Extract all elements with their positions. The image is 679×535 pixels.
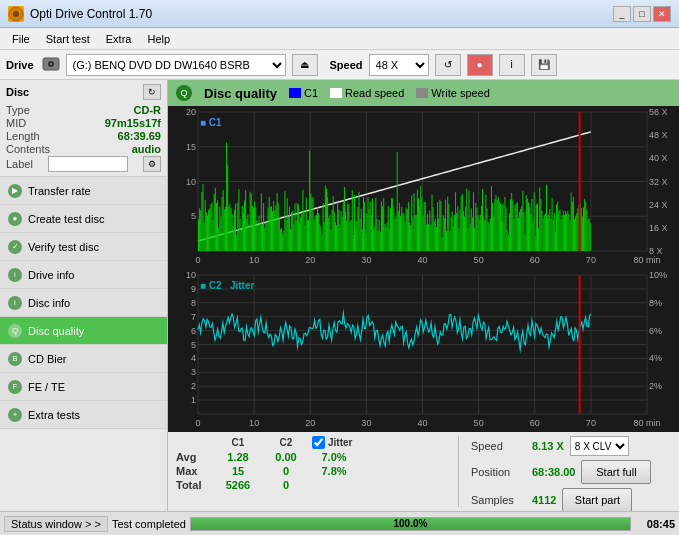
disc-label-button[interactable]: ⚙ [143, 156, 161, 172]
sidebar-label-fe-te: FE / TE [28, 381, 65, 393]
start-part-button[interactable]: Start part [562, 488, 632, 511]
stats-right: Speed 8.13 X 8 X CLV Position 68:38.00 S… [471, 436, 671, 507]
legend-write-speed: Write speed [416, 87, 490, 99]
legend-c1: C1 [289, 87, 318, 99]
create-test-disc-icon: ● [8, 212, 22, 226]
status-text: Test completed [112, 518, 186, 530]
sidebar-item-disc-quality[interactable]: Q Disc quality [0, 317, 167, 345]
stats-c1-header: C1 [216, 437, 260, 448]
close-button[interactable]: ✕ [653, 6, 671, 22]
eject-button[interactable]: ⏏ [292, 54, 318, 76]
disc-type-row: Type CD-R [6, 104, 161, 116]
speed-clv-select[interactable]: 8 X CLV [570, 436, 629, 456]
disc-label-input[interactable] [48, 156, 128, 172]
legend-write-speed-box [416, 88, 428, 98]
disc-contents-value: audio [132, 143, 161, 155]
sidebar-item-fe-te[interactable]: F FE / TE [0, 373, 167, 401]
verify-test-disc-icon: ✓ [8, 240, 22, 254]
stats-header-row: C1 C2 Jitter [176, 436, 446, 449]
refresh-button[interactable]: ↺ [435, 54, 461, 76]
legend-read-speed-box [330, 88, 342, 98]
disc-mid-row: MID 97m15s17f [6, 117, 161, 129]
title-text: Opti Drive Control 1.70 [30, 7, 152, 21]
sidebar-item-extra-tests[interactable]: + Extra tests [0, 401, 167, 429]
sidebar-item-create-test-disc[interactable]: ● Create test disc [0, 205, 167, 233]
legend-c1-box [289, 88, 301, 98]
transfer-rate-icon: ▶ [8, 184, 22, 198]
stats-total-c1: 5266 [216, 479, 260, 491]
extra-tests-icon: + [8, 408, 22, 422]
disc-mid-value: 97m15s17f [105, 117, 161, 129]
disc-type-label: Type [6, 104, 30, 116]
color-button[interactable]: ● [467, 54, 493, 76]
info-button[interactable]: i [499, 54, 525, 76]
legend-read-speed-label: Read speed [345, 87, 404, 99]
content-area: Q Disc quality C1 Read speed Write speed [168, 80, 679, 511]
c1-chart [168, 106, 679, 269]
svg-point-1 [13, 11, 19, 17]
legend-write-speed-label: Write speed [431, 87, 490, 99]
jitter-checkbox[interactable] [312, 436, 325, 449]
disc-label-row: Label ⚙ [6, 156, 161, 172]
start-full-button[interactable]: Start full [581, 460, 651, 484]
stats-speed-value: 8.13 X [532, 440, 564, 452]
progress-text: 100.0% [191, 518, 630, 530]
drive-info-icon: i [8, 268, 22, 282]
status-bar: Status window > > Test completed 100.0% … [0, 511, 679, 535]
stats-avg-c2: 0.00 [264, 451, 308, 463]
stats-max-jitter: 7.8% [312, 465, 356, 477]
stats-position-label: Position [471, 466, 526, 478]
sidebar-label-verify-test-disc: Verify test disc [28, 241, 99, 253]
disc-length-row: Length 68:39.69 [6, 130, 161, 142]
stats-max-label: Max [176, 465, 212, 477]
disc-info-panel: Disc ↻ Type CD-R MID 97m15s17f Length 68… [0, 80, 167, 177]
progress-bar: 100.0% [190, 517, 631, 531]
menu-help[interactable]: Help [139, 31, 178, 47]
drive-select[interactable]: (G:) BENQ DVD DD DW1640 BSRB [66, 54, 286, 76]
drive-label: Drive [6, 59, 34, 71]
sidebar-item-transfer-rate[interactable]: ▶ Transfer rate [0, 177, 167, 205]
title-bar: Opti Drive Control 1.70 _ □ ✕ [0, 0, 679, 28]
status-window-button[interactable]: Status window > > [4, 516, 108, 532]
disc-quality-icon-header: Q [176, 85, 192, 101]
stats-c2-header: C2 [264, 437, 308, 448]
stats-max-row: Max 15 0 7.8% [176, 465, 446, 477]
disc-length-label: Length [6, 130, 40, 142]
c1-canvas [168, 106, 679, 269]
save-button[interactable]: 💾 [531, 54, 557, 76]
stats-avg-row: Avg 1.28 0.00 7.0% [176, 451, 446, 463]
disc-refresh-button[interactable]: ↻ [143, 84, 161, 100]
stats-samples-row: Samples 4112 Start part [471, 488, 671, 511]
sidebar-item-disc-info[interactable]: i Disc info [0, 289, 167, 317]
disc-label-label: Label [6, 158, 33, 170]
minimize-button[interactable]: _ [613, 6, 631, 22]
stats-jitter-header: Jitter [328, 437, 352, 448]
stats-avg-c1: 1.28 [216, 451, 260, 463]
stats-samples-label: Samples [471, 494, 526, 506]
sidebar-item-verify-test-disc[interactable]: ✓ Verify test disc [0, 233, 167, 261]
disc-info-icon: i [8, 296, 22, 310]
sidebar-label-disc-info: Disc info [28, 297, 70, 309]
sidebar-label-extra-tests: Extra tests [28, 409, 80, 421]
sidebar-item-drive-info[interactable]: i Drive info [0, 261, 167, 289]
disc-quality-title: Disc quality [204, 86, 277, 101]
menu-bar: File Start test Extra Help [0, 28, 679, 50]
menu-extra[interactable]: Extra [98, 31, 140, 47]
stats-position-value: 68:38.00 [532, 466, 575, 478]
maximize-button[interactable]: □ [633, 6, 651, 22]
sidebar-item-cd-bier[interactable]: B CD Bier [0, 345, 167, 373]
stats-table: C1 C2 Jitter Avg 1.28 0.00 7.0% Max 15 [176, 436, 446, 507]
fe-te-icon: F [8, 380, 22, 394]
c2-jitter-chart [168, 269, 679, 432]
time-display: 08:45 [635, 518, 675, 530]
menu-file[interactable]: File [4, 31, 38, 47]
stats-speed-label: Speed [471, 440, 526, 452]
disc-quality-header: Q Disc quality C1 Read speed Write speed [168, 80, 679, 106]
menu-start-test[interactable]: Start test [38, 31, 98, 47]
speed-select[interactable]: 48 X [369, 54, 429, 76]
main-area: Disc ↻ Type CD-R MID 97m15s17f Length 68… [0, 80, 679, 511]
svg-point-4 [50, 63, 52, 65]
stats-total-c2: 0 [264, 479, 308, 491]
disc-contents-row: Contents audio [6, 143, 161, 155]
speed-label: Speed [330, 59, 363, 71]
